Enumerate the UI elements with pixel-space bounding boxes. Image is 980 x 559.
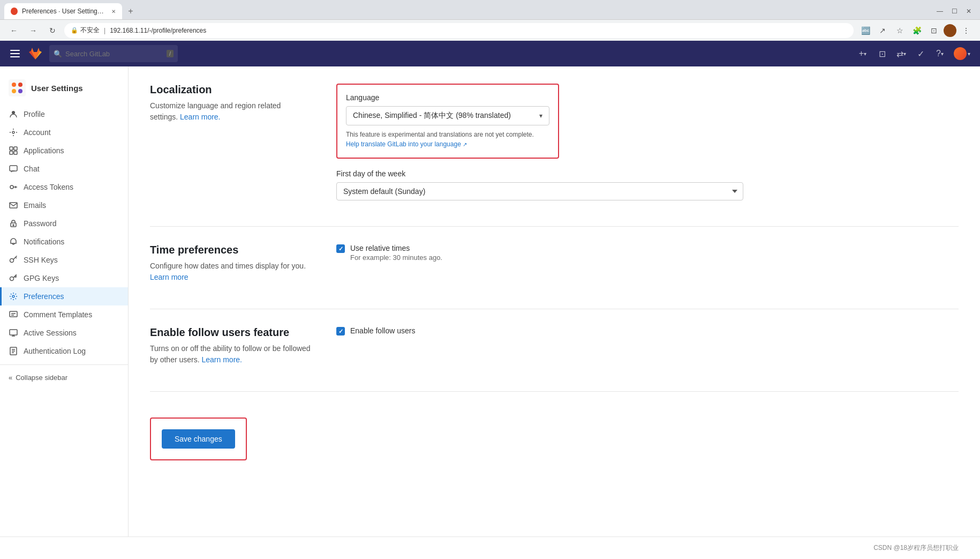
localization-learn-more-link[interactable]: Learn more. [180, 113, 220, 121]
issues-button[interactable]: ⊡ [873, 45, 891, 62]
search-slash-hint: / [167, 50, 174, 57]
section-divider-2 [150, 309, 959, 309]
section-divider-3 [150, 391, 959, 392]
language-select[interactable]: Chinese, Simplified - 简体中文 (98% translat… [346, 106, 549, 125]
gpg-keys-icon [9, 273, 18, 283]
translate-gitlab-link[interactable]: Help translate GitLab into your language… [346, 140, 467, 148]
bookmark-icon[interactable]: ☆ [892, 23, 907, 38]
main-content: Localization Customize language and regi… [129, 66, 980, 536]
follow-users-section: Enable follow users feature Turns on or … [150, 326, 959, 366]
sidebar-item-preferences[interactable]: Preferences [0, 287, 128, 305]
sidebar-item-active-sessions[interactable]: Active Sessions [0, 324, 128, 342]
save-changes-area: Save changes [150, 418, 247, 460]
search-box[interactable]: 🔍 / [49, 45, 178, 62]
svg-rect-13 [10, 151, 13, 154]
sidebar-item-notifications-label: Notifications [24, 237, 64, 246]
section-divider-1 [150, 226, 959, 227]
extension-icon[interactable]: 🧩 [909, 23, 924, 38]
todos-button[interactable]: ✓ [912, 45, 929, 62]
sidebar-title: User Settings [31, 84, 83, 93]
sidebar-item-access-tokens[interactable]: Access Tokens [0, 178, 128, 196]
sidebar-item-applications-label: Applications [24, 146, 64, 155]
svg-rect-3 [10, 56, 20, 57]
sidebar-item-password-label: Password [24, 219, 56, 228]
merge-requests-button[interactable]: ⇄▾ [893, 45, 910, 62]
share-icon[interactable]: ↗ [875, 23, 890, 38]
sidebar-item-comment-templates[interactable]: Comment Templates [0, 305, 128, 324]
svg-point-10 [12, 131, 14, 133]
create-new-button[interactable]: +▾ [854, 45, 871, 62]
lock-icon: 🔒 [71, 27, 78, 34]
sidebar-item-gpg-keys[interactable]: GPG Keys [0, 269, 128, 287]
enable-follow-users-checkbox[interactable]: ✓ [336, 327, 345, 336]
use-relative-times-checkbox[interactable]: ✓ [336, 244, 345, 253]
collapse-icon: « [9, 374, 12, 382]
svg-point-0 [12, 9, 17, 14]
sidebar-item-ssh-keys-label: SSH Keys [24, 256, 58, 264]
svg-point-19 [13, 225, 14, 226]
browser-tab[interactable]: Preferences · User Settings · G ✕ [4, 3, 122, 19]
language-experimental-hint: This feature is experimental and transla… [346, 130, 549, 149]
svg-rect-14 [14, 151, 17, 154]
sidebar-header: User Settings [0, 75, 128, 105]
sidebar-item-applications[interactable]: Applications [0, 141, 128, 160]
save-changes-button[interactable]: Save changes [162, 429, 235, 449]
help-button[interactable]: ?▾ [931, 45, 948, 62]
sidebar-item-emails[interactable]: Emails [0, 196, 128, 214]
password-icon [9, 219, 18, 228]
time-preferences-settings: ✓ Use relative times For example: 30 min… [336, 244, 959, 283]
sidebar-item-profile[interactable]: Profile [0, 105, 128, 123]
search-icon: 🔍 [54, 50, 62, 58]
menu-toggle-button[interactable] [6, 45, 24, 62]
browser-menu-icon[interactable]: ⋮ [959, 23, 974, 38]
svg-rect-4 [9, 79, 26, 96]
follow-users-title: Enable follow users feature [150, 326, 311, 339]
sidebar-item-password[interactable]: Password [0, 214, 128, 233]
sidebar-item-authentication-log[interactable]: Authentication Log [0, 342, 128, 360]
tab-favicon [11, 8, 18, 15]
sidebar-item-account[interactable]: Account [0, 123, 128, 141]
follow-users-learn-more-link[interactable]: Learn more. [202, 355, 242, 364]
user-menu[interactable]: ▾ [951, 45, 974, 62]
refresh-button[interactable]: ↻ [45, 23, 60, 38]
time-preferences-section: Time preferences Configure how dates and… [150, 244, 959, 283]
sidebar-toggle-icon[interactable]: ⊡ [926, 23, 941, 38]
browser-profile-avatar[interactable] [944, 24, 956, 37]
forward-button[interactable]: → [26, 23, 41, 38]
checkbox-check-icon: ✓ [338, 245, 343, 252]
tab-title: Preferences · User Settings · G [22, 8, 105, 15]
svg-rect-17 [10, 203, 17, 208]
sidebar-item-ssh-keys[interactable]: SSH Keys [0, 251, 128, 269]
sidebar-user-logo [9, 79, 26, 96]
follow-users-check-icon: ✓ [338, 328, 343, 335]
search-input[interactable] [65, 50, 163, 58]
profile-icon [9, 109, 18, 119]
sidebar-item-notifications[interactable]: Notifications [0, 233, 128, 251]
language-field-label: Language [346, 93, 549, 102]
svg-point-16 [10, 185, 13, 189]
svg-point-6 [18, 83, 22, 87]
sidebar-footer: « Collapse sidebar [0, 364, 128, 390]
collapse-sidebar-button[interactable]: « Collapse sidebar [9, 374, 119, 382]
translate-icon[interactable]: 🔤 [858, 23, 873, 38]
gitlab-logo[interactable] [28, 46, 43, 62]
new-tab-button[interactable]: + [124, 5, 137, 18]
address-bar[interactable]: 🔒 不安全 | 192.168.1.11/-/profile/preferenc… [64, 23, 854, 38]
back-button[interactable]: ← [6, 23, 21, 38]
sidebar-item-chat[interactable]: Chat [0, 160, 128, 178]
localization-section: Localization Customize language and regi… [150, 84, 959, 200]
time-preferences-desc-text: Configure how dates and times display fo… [150, 262, 306, 270]
use-relative-times-label-group: Use relative times For example: 30 minut… [350, 244, 442, 262]
first-day-select[interactable]: System default (Sunday) Sunday Monday Sa… [336, 182, 743, 200]
language-select-arrow-icon: ▾ [539, 112, 542, 120]
account-icon [9, 128, 18, 137]
use-relative-times-row: ✓ Use relative times For example: 30 min… [336, 244, 959, 262]
svg-rect-23 [10, 311, 17, 317]
time-preferences-title: Time preferences [150, 244, 311, 256]
time-preferences-learn-more-link[interactable]: Learn more [150, 273, 189, 281]
nav-right-actions: +▾ ⊡ ⇄▾ ✓ ?▾ ▾ [854, 45, 974, 62]
address-security-label: 不安全 [80, 26, 100, 35]
sidebar: User Settings Profile Account [0, 66, 129, 536]
sidebar-item-preferences-label: Preferences [24, 292, 64, 301]
tab-close-button[interactable]: ✕ [111, 9, 116, 14]
